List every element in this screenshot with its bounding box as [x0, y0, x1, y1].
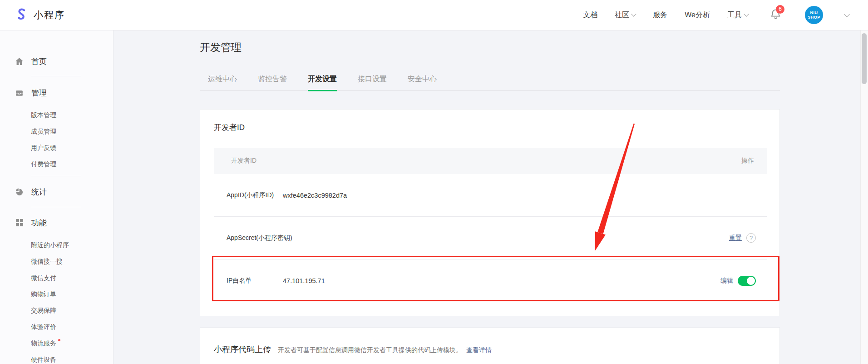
- help-icon[interactable]: ?: [746, 233, 756, 243]
- sidebar-item-manage[interactable]: 管理: [0, 84, 113, 102]
- tab-api-settings[interactable]: 接口设置: [358, 75, 387, 90]
- sidebar-item-nearby-miniprogram[interactable]: 附近的小程序: [0, 237, 113, 253]
- code-upload-description: 开发者可基于配置信息调用微信开发者工具提供的代码上传模块。: [278, 346, 462, 354]
- nav-docs[interactable]: 文档: [583, 10, 597, 20]
- sidebar-divider: [31, 76, 81, 76]
- features-submenu: 附近的小程序 微信搜一搜 微信支付 购物订单 交易保障 体验评价 物流服务 硬件…: [0, 237, 113, 364]
- tab-bar: 运维中心 监控告警 开发设置 接口设置 安全中心: [200, 75, 780, 91]
- page-title: 开发管理: [200, 40, 242, 55]
- sidebar-divider: [31, 207, 81, 207]
- notification-badge: 6: [776, 5, 784, 14]
- nav-weanalyse[interactable]: We分析: [685, 10, 710, 20]
- manage-submenu: 版本管理 成员管理 用户反馈 付费管理: [0, 107, 113, 172]
- account-chevron-down-icon[interactable]: [844, 11, 850, 17]
- grid-icon: [15, 219, 24, 227]
- tray-icon: [15, 89, 24, 97]
- pie-chart-icon: [15, 188, 24, 196]
- sidebar-item-features[interactable]: 功能: [0, 214, 113, 232]
- home-icon: [15, 57, 24, 66]
- ip-whitelist-toggle[interactable]: [738, 276, 756, 286]
- tab-monitor-alerts[interactable]: 监控告警: [258, 75, 287, 90]
- miniprogram-logo[interactable]: 小程序: [15, 7, 65, 23]
- table-header: 开发者ID 操作: [214, 148, 767, 174]
- code-upload-heading: 小程序代码上传: [214, 344, 271, 355]
- column-developer-id: 开发者ID: [231, 157, 256, 165]
- sidebar-item-hardware-device[interactable]: 硬件设备: [0, 351, 113, 364]
- appid-value: wxfe46e2c3c9982d7a: [283, 192, 347, 199]
- top-header: 小程序 文档 社区 服务 We分析 工具 6 NIU SHOP: [0, 0, 868, 30]
- sidebar-item-wechat-pay[interactable]: 微信支付: [0, 269, 113, 286]
- sidebar-item-transaction-guarantee[interactable]: 交易保障: [0, 302, 113, 319]
- sidebar-item-home[interactable]: 首页: [0, 52, 113, 70]
- tab-ops-center[interactable]: 运维中心: [208, 75, 237, 90]
- sidebar-divider: [31, 176, 81, 176]
- nav-tools[interactable]: 工具: [727, 10, 748, 20]
- table-row-appsecret: AppSecret(小程序密钥) 重置 ?: [214, 217, 767, 259]
- sidebar-item-member-manage[interactable]: 成员管理: [0, 123, 113, 140]
- table-row-ip-whitelist: IP白名单 47.101.195.71 编辑: [214, 259, 767, 302]
- appsecret-label: AppSecret(小程序密钥): [227, 234, 283, 242]
- ip-whitelist-value: 47.101.195.71: [283, 277, 325, 284]
- sidebar-item-user-feedback[interactable]: 用户反馈: [0, 140, 113, 156]
- new-indicator-dot: [58, 339, 60, 341]
- sidebar: 首页 管理 版本管理 成员管理 用户反馈 付费管理 统计 功能: [0, 30, 113, 364]
- avatar[interactable]: NIU SHOP: [805, 6, 823, 24]
- header-nav: 文档 社区 服务 We分析 工具 6 NIU SHOP: [583, 6, 849, 24]
- main-content: 开发管理 运维中心 监控告警 开发设置 接口设置 安全中心 开发者ID 开发者I…: [113, 30, 861, 364]
- chevron-down-icon: [631, 11, 636, 16]
- tab-dev-settings[interactable]: 开发设置: [308, 75, 337, 91]
- nav-services[interactable]: 服务: [653, 10, 667, 20]
- code-upload-card: 小程序代码上传 开发者可基于配置信息调用微信开发者工具提供的代码上传模块。 查看…: [200, 327, 780, 364]
- developer-id-rows: AppID(小程序ID) wxfe46e2c3c9982d7a AppSecre…: [214, 174, 767, 302]
- ip-whitelist-label: IP白名单: [227, 277, 283, 285]
- appid-label: AppID(小程序ID): [227, 191, 283, 199]
- column-action: 操作: [741, 157, 754, 165]
- logo-title: 小程序: [34, 9, 65, 21]
- sidebar-item-logistics-service[interactable]: 物流服务: [0, 335, 113, 351]
- reset-link[interactable]: 重置: [729, 234, 742, 242]
- table-row-appid: AppID(小程序ID) wxfe46e2c3c9982d7a: [214, 174, 767, 217]
- sidebar-item-wechat-search[interactable]: 微信搜一搜: [0, 253, 113, 269]
- scrollbar-thumb[interactable]: [862, 33, 867, 84]
- developer-id-card: 开发者ID 开发者ID 操作 AppID(小程序ID) wxfe46e2c3c9…: [200, 109, 780, 316]
- nav-community[interactable]: 社区: [615, 10, 636, 20]
- bell-icon: [770, 14, 781, 22]
- sidebar-item-version-manage[interactable]: 版本管理: [0, 107, 113, 123]
- view-details-link[interactable]: 查看详情: [466, 346, 492, 354]
- sidebar-item-shopping-orders[interactable]: 购物订单: [0, 286, 113, 302]
- notification-bell-button[interactable]: 6: [770, 8, 781, 22]
- toggle-knob: [747, 277, 755, 285]
- tab-security-center[interactable]: 安全中心: [408, 75, 437, 90]
- sidebar-item-paid-manage[interactable]: 付费管理: [0, 156, 113, 172]
- sidebar-item-statistics[interactable]: 统计: [0, 183, 113, 201]
- sidebar-item-experience-rating[interactable]: 体验评价: [0, 319, 113, 335]
- edit-link[interactable]: 编辑: [720, 277, 733, 285]
- chevron-down-icon: [744, 11, 749, 16]
- page-scrollbar[interactable]: [860, 30, 868, 364]
- developer-id-heading: 开发者ID: [214, 122, 245, 133]
- miniprogram-logo-icon: [15, 7, 29, 23]
